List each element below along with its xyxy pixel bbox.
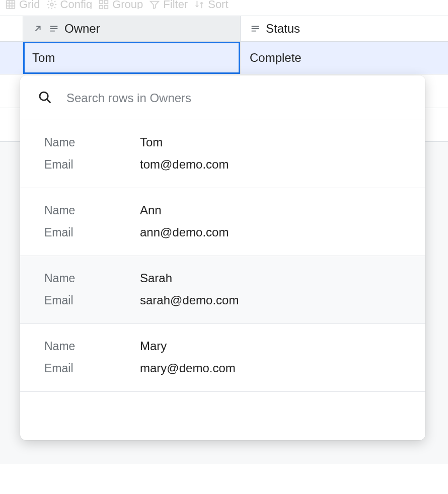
row-number-header xyxy=(0,16,23,41)
row-handle[interactable] xyxy=(0,42,23,74)
lookup-option[interactable]: NameMaryEmailmary@demo.com xyxy=(20,324,425,392)
lookup-option[interactable]: NameAnnEmailann@demo.com xyxy=(20,188,425,256)
svg-rect-2 xyxy=(100,1,103,4)
toolbar-filter[interactable]: Filter xyxy=(149,0,188,9)
column-header-status-label: Status xyxy=(266,22,300,36)
toolbar-config[interactable]: Config xyxy=(46,0,93,9)
field-label-email: Email xyxy=(44,294,140,307)
field-value-name: Mary xyxy=(140,339,167,353)
search-input[interactable] xyxy=(66,91,408,105)
field-value-email: tom@demo.com xyxy=(140,157,229,172)
svg-rect-0 xyxy=(7,1,15,9)
column-header-row: Owner Status xyxy=(0,16,448,42)
svg-point-6 xyxy=(40,92,48,100)
field-value-email: mary@demo.com xyxy=(140,361,236,375)
toolbar-grid[interactable]: Grid xyxy=(5,0,40,9)
svg-rect-4 xyxy=(100,6,103,9)
lines-icon xyxy=(250,23,261,34)
lines-icon xyxy=(48,23,59,34)
field-value-name: Ann xyxy=(140,203,162,217)
svg-rect-3 xyxy=(105,1,108,4)
field-label-name: Name xyxy=(44,136,140,149)
column-header-owner-label: Owner xyxy=(64,22,100,36)
field-label-name: Name xyxy=(44,272,140,285)
lookup-option[interactable]: NameTomEmailtom@demo.com xyxy=(20,120,425,188)
toolbar-sort-label: Sort xyxy=(208,0,228,9)
toolbar-sort[interactable]: Sort xyxy=(194,0,228,9)
lookup-dropdown: NameTomEmailtom@demo.comNameAnnEmailann@… xyxy=(20,75,425,440)
field-label-name: Name xyxy=(44,340,140,353)
field-value-email: ann@demo.com xyxy=(140,225,229,239)
field-label-email: Email xyxy=(44,158,140,172)
dropdown-footer xyxy=(20,392,425,440)
field-value-name: Sarah xyxy=(140,271,172,285)
toolbar-filter-label: Filter xyxy=(163,0,188,9)
svg-rect-5 xyxy=(105,6,108,9)
cell-status[interactable]: Complete xyxy=(241,42,448,74)
lookup-option[interactable]: NameSarahEmailsarah@demo.com xyxy=(20,256,425,324)
cell-owner[interactable]: Tom xyxy=(23,42,241,74)
column-header-owner[interactable]: Owner xyxy=(23,16,241,41)
cell-status-value: Complete xyxy=(250,51,302,65)
toolbar-config-label: Config xyxy=(60,0,93,9)
svg-point-1 xyxy=(50,3,53,6)
view-toolbar: Grid Config Group Filter Sort xyxy=(0,0,448,9)
column-header-status[interactable]: Status xyxy=(241,16,448,41)
table-row[interactable]: Tom Complete xyxy=(0,42,448,74)
toolbar-group[interactable]: Group xyxy=(98,0,143,9)
toolbar-grid-label: Grid xyxy=(19,0,40,9)
field-value-name: Tom xyxy=(140,135,163,149)
field-label-email: Email xyxy=(44,362,140,375)
search-icon xyxy=(37,90,52,107)
link-icon xyxy=(32,23,43,34)
field-label-name: Name xyxy=(44,204,140,217)
field-label-email: Email xyxy=(44,226,140,239)
cell-owner-value: Tom xyxy=(32,51,55,65)
toolbar-group-label: Group xyxy=(112,0,143,9)
dropdown-search xyxy=(20,75,425,120)
field-value-email: sarah@demo.com xyxy=(140,293,239,307)
